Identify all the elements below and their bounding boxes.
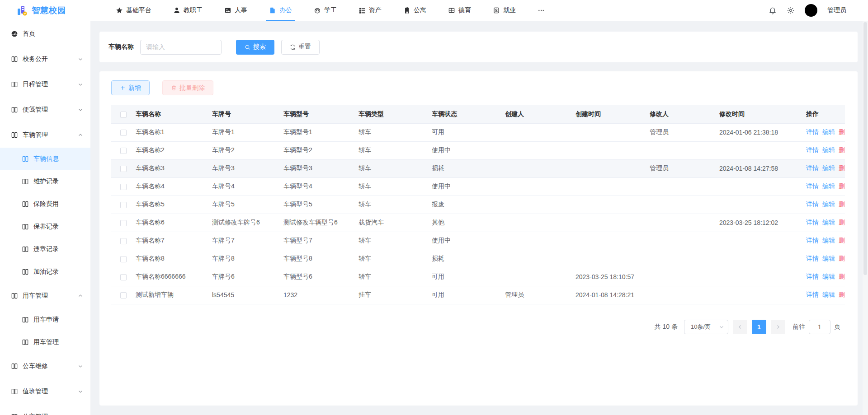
sidebar-item-vehicle-info[interactable]: 车辆信息 [0, 148, 90, 170]
row-checkbox[interactable] [120, 292, 127, 298]
detail-link[interactable]: 详情 [806, 146, 819, 154]
delete-link[interactable]: 删除 [839, 255, 845, 262]
edit-link[interactable]: 编辑 [822, 182, 835, 190]
sidebar-item-insurance-fees[interactable]: 保险费用 [0, 193, 90, 215]
edit-link[interactable]: 编辑 [822, 291, 835, 298]
page-number-button[interactable]: 1 [752, 320, 766, 334]
brand[interactable]: 智慧校园 [0, 0, 90, 21]
col-header-modified-at: 修改时间 [719, 105, 806, 123]
search-icon [245, 44, 250, 50]
detail-link[interactable]: 详情 [806, 128, 819, 135]
delete-link[interactable]: 删除 [839, 291, 845, 298]
sidebar-item-clipped[interactable]: 公文管理 [0, 404, 90, 415]
col-header-created-at: 创建时间 [576, 105, 650, 123]
book-icon [11, 106, 18, 113]
nav-item-staff[interactable]: 教职工 [162, 0, 213, 21]
scrollbar-thumb[interactable] [863, 22, 867, 275]
add-button[interactable]: 新增 [111, 80, 150, 95]
page-scrollbar[interactable] [863, 21, 868, 415]
batch-delete-button[interactable]: 批量删除 [162, 80, 213, 95]
row-checkbox[interactable] [120, 238, 127, 244]
nav-item-assets[interactable]: 资产 [348, 0, 392, 21]
search-button[interactable]: 搜索 [236, 40, 274, 55]
edit-link[interactable]: 编辑 [822, 255, 835, 262]
detail-link[interactable]: 详情 [806, 237, 819, 244]
table-panel: 新增 批量删除 车辆名称 车牌号 [99, 71, 858, 406]
detail-link[interactable]: 详情 [806, 255, 819, 262]
edit-link[interactable]: 编辑 [822, 273, 835, 280]
sidebar-item-duty-mgmt[interactable]: 值班管理 [0, 379, 90, 404]
page-size-select[interactable]: 10条/页 [684, 320, 728, 334]
nav-item-moral[interactable]: 德育 [437, 0, 482, 21]
row-checkbox[interactable] [120, 202, 127, 208]
delete-link[interactable]: 删除 [839, 128, 845, 135]
book-icon [11, 363, 18, 370]
nav-item-platform[interactable]: 基础平台 [105, 0, 162, 21]
edit-link[interactable]: 编辑 [822, 164, 835, 172]
delete-link[interactable]: 删除 [839, 219, 845, 226]
gear-icon[interactable] [787, 6, 795, 14]
row-checkbox[interactable] [120, 274, 127, 280]
row-checkbox[interactable] [120, 166, 127, 172]
edit-link[interactable]: 编辑 [822, 201, 835, 208]
select-all-checkbox[interactable] [120, 112, 127, 118]
book-icon [11, 131, 18, 139]
sidebar-item-car-use-manage[interactable]: 用车管理 [0, 331, 90, 354]
nav-item-office[interactable]: 办公 [258, 0, 303, 21]
cell-vehicle-name: 车辆名称5 [136, 196, 212, 214]
nav-item-student[interactable]: 学工 [303, 0, 348, 21]
sidebar-item-home[interactable]: 首页 [0, 21, 90, 47]
sidebar-item-memo[interactable]: 便笺管理 [0, 97, 90, 122]
prev-page-button[interactable] [733, 320, 747, 334]
delete-link[interactable]: 删除 [839, 273, 845, 280]
cell-modified-at [719, 141, 806, 159]
sidebar-item-car-use-mgmt[interactable]: 用车管理 [0, 283, 90, 308]
row-checkbox[interactable] [120, 256, 127, 262]
sidebar-item-school-affairs[interactable]: 校务公开 [0, 47, 90, 72]
next-page-button[interactable] [771, 320, 785, 334]
delete-link[interactable]: 删除 [839, 146, 845, 154]
edit-link[interactable]: 编辑 [822, 219, 835, 226]
nav-item-hr[interactable]: 人事 [213, 0, 258, 21]
bell-icon[interactable] [769, 6, 777, 14]
goto-page-input[interactable] [809, 320, 830, 334]
student-face-icon [314, 7, 321, 14]
sidebar-item-upkeep-records[interactable]: 保养记录 [0, 215, 90, 238]
chevron-down-icon [78, 107, 83, 112]
sidebar-item-schedule[interactable]: 日程管理 [0, 72, 90, 97]
sidebar-item-car-use-apply[interactable]: 用车申请 [0, 308, 90, 331]
detail-link[interactable]: 详情 [806, 201, 819, 208]
sidebar-item-vehicle-mgmt[interactable]: 车辆管理 [0, 122, 90, 148]
sidebar-item-refuel-records[interactable]: 加油记录 [0, 261, 90, 283]
delete-link[interactable]: 删除 [839, 164, 845, 172]
edit-link[interactable]: 编辑 [822, 146, 835, 154]
detail-link[interactable]: 详情 [806, 182, 819, 190]
cell-modifier: 管理员 [650, 159, 719, 177]
star-icon [116, 7, 123, 14]
cell-status: 报废 [432, 196, 505, 214]
row-checkbox[interactable] [120, 130, 127, 136]
row-checkbox[interactable] [120, 184, 127, 190]
sidebar-item-maintenance-records[interactable]: 维护记录 [0, 170, 90, 193]
sidebar-item-bus-repair[interactable]: 公车维修 [0, 354, 90, 379]
detail-link[interactable]: 详情 [806, 219, 819, 226]
detail-link[interactable]: 详情 [806, 291, 819, 298]
nav-item-apartment[interactable]: 公寓 [392, 0, 437, 21]
edit-link[interactable]: 编辑 [822, 237, 835, 244]
reset-button[interactable]: 重置 [281, 40, 320, 55]
delete-link[interactable]: 删除 [839, 237, 845, 244]
edit-link[interactable]: 编辑 [822, 128, 835, 135]
row-checkbox[interactable] [120, 148, 127, 154]
delete-link[interactable]: 删除 [839, 182, 845, 190]
delete-link[interactable]: 删除 [839, 201, 845, 208]
cell-modifier [650, 196, 719, 214]
nav-item-more[interactable] [527, 0, 556, 21]
nav-item-employment[interactable]: 就业 [482, 0, 527, 21]
sidebar-item-violation-records[interactable]: 违章记录 [0, 238, 90, 261]
detail-link[interactable]: 详情 [806, 273, 819, 280]
vehicle-name-input[interactable] [140, 40, 222, 55]
nav-item-label: 学工 [324, 6, 337, 14]
detail-link[interactable]: 详情 [806, 164, 819, 172]
row-checkbox[interactable] [120, 220, 127, 226]
avatar[interactable] [805, 4, 817, 17]
